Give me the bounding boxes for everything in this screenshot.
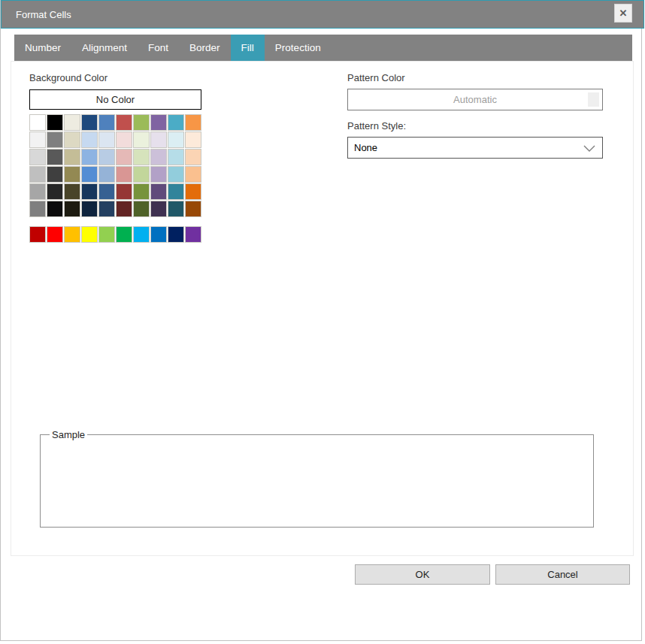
window-title: Format Cells xyxy=(16,9,71,20)
tab-strip: Number Alignment Font Border Fill Protec… xyxy=(14,35,632,61)
color-swatch[interactable] xyxy=(133,201,150,217)
color-swatch[interactable] xyxy=(133,132,150,148)
color-swatch[interactable] xyxy=(185,226,201,243)
color-swatch[interactable] xyxy=(98,166,115,183)
color-swatch[interactable] xyxy=(98,201,115,217)
color-swatch[interactable] xyxy=(98,149,115,165)
pattern-style-value: None xyxy=(354,142,377,153)
pattern-style-dropdown[interactable]: None xyxy=(347,137,603,159)
color-swatch[interactable] xyxy=(81,114,98,131)
color-swatch[interactable] xyxy=(47,149,63,165)
tab-protection[interactable]: Protection xyxy=(265,35,332,61)
color-swatch[interactable] xyxy=(64,226,80,243)
color-swatch[interactable] xyxy=(133,149,150,165)
no-color-button[interactable]: No Color xyxy=(29,89,201,110)
color-swatch[interactable] xyxy=(168,149,184,165)
color-swatch[interactable] xyxy=(47,226,63,243)
color-swatch[interactable] xyxy=(81,183,98,200)
color-swatch[interactable] xyxy=(116,226,132,243)
color-swatch[interactable] xyxy=(185,132,201,148)
color-swatch[interactable] xyxy=(64,132,80,148)
color-swatch[interactable] xyxy=(64,183,80,200)
color-swatch[interactable] xyxy=(116,114,132,131)
color-swatch[interactable] xyxy=(29,149,46,165)
color-swatch[interactable] xyxy=(133,166,150,183)
color-swatch[interactable] xyxy=(116,149,132,165)
color-swatch[interactable] xyxy=(168,183,184,200)
pattern-color-label: Pattern Color xyxy=(347,72,405,83)
color-swatch[interactable] xyxy=(168,226,184,243)
pattern-color-automatic-button[interactable]: Automatic xyxy=(347,89,603,110)
color-swatch[interactable] xyxy=(150,114,167,131)
color-swatch[interactable] xyxy=(133,114,150,131)
color-swatch[interactable] xyxy=(116,201,132,217)
standard-color-grid xyxy=(29,226,202,243)
color-swatch[interactable] xyxy=(29,166,46,183)
tab-alignment[interactable]: Alignment xyxy=(71,35,138,61)
color-swatch[interactable] xyxy=(81,226,98,243)
background-color-palette xyxy=(29,114,202,243)
color-swatch[interactable] xyxy=(150,226,167,243)
close-button[interactable]: ✕ xyxy=(614,4,632,23)
color-swatch[interactable] xyxy=(168,114,184,131)
color-swatch[interactable] xyxy=(64,201,80,217)
color-swatch[interactable] xyxy=(47,183,63,200)
color-swatch[interactable] xyxy=(64,149,80,165)
pattern-color-swatch xyxy=(588,92,599,107)
ok-button[interactable]: OK xyxy=(355,564,490,585)
pattern-style-label: Pattern Style: xyxy=(347,120,406,132)
color-swatch[interactable] xyxy=(29,226,46,243)
color-swatch[interactable] xyxy=(47,201,63,217)
tab-font[interactable]: Font xyxy=(138,35,179,61)
titlebar[interactable]: Format Cells xyxy=(1,0,644,29)
theme-color-grid xyxy=(29,114,202,217)
color-swatch[interactable] xyxy=(168,201,184,217)
color-swatch[interactable] xyxy=(98,114,115,131)
close-icon: ✕ xyxy=(619,8,628,19)
color-swatch[interactable] xyxy=(133,226,150,243)
color-swatch[interactable] xyxy=(64,114,80,131)
background-color-label: Background Color xyxy=(29,72,108,83)
sample-groupbox: Sample xyxy=(40,434,594,528)
color-swatch[interactable] xyxy=(98,183,115,200)
color-swatch[interactable] xyxy=(29,114,46,131)
color-swatch[interactable] xyxy=(168,132,184,148)
tab-fill[interactable]: Fill xyxy=(231,35,265,61)
color-swatch[interactable] xyxy=(185,166,201,183)
color-swatch[interactable] xyxy=(150,132,167,148)
color-swatch[interactable] xyxy=(81,201,98,217)
color-swatch[interactable] xyxy=(29,183,46,200)
color-swatch[interactable] xyxy=(185,183,201,200)
sample-label: Sample xyxy=(50,429,87,440)
color-swatch[interactable] xyxy=(98,132,115,148)
color-swatch[interactable] xyxy=(47,132,63,148)
color-swatch[interactable] xyxy=(29,201,46,217)
color-swatch[interactable] xyxy=(185,201,201,217)
color-swatch[interactable] xyxy=(116,166,132,183)
chevron-down-icon xyxy=(583,145,595,152)
color-swatch[interactable] xyxy=(150,166,167,183)
color-swatch[interactable] xyxy=(98,226,115,243)
color-swatch[interactable] xyxy=(150,183,167,200)
tab-border[interactable]: Border xyxy=(179,35,231,61)
color-swatch[interactable] xyxy=(47,114,63,131)
color-swatch[interactable] xyxy=(81,166,98,183)
color-swatch[interactable] xyxy=(47,166,63,183)
cancel-button[interactable]: Cancel xyxy=(495,564,630,585)
color-swatch[interactable] xyxy=(116,183,132,200)
color-swatch[interactable] xyxy=(150,149,167,165)
color-swatch[interactable] xyxy=(150,201,167,217)
color-swatch[interactable] xyxy=(185,149,201,165)
format-cells-dialog: Format Cells ✕ Number Alignment Font Bor… xyxy=(0,0,642,641)
tab-number[interactable]: Number xyxy=(14,35,71,61)
color-swatch[interactable] xyxy=(29,132,46,148)
color-swatch[interactable] xyxy=(168,166,184,183)
color-swatch[interactable] xyxy=(64,166,80,183)
color-swatch[interactable] xyxy=(116,132,132,148)
color-swatch[interactable] xyxy=(81,149,98,165)
color-swatch[interactable] xyxy=(81,132,98,148)
color-swatch[interactable] xyxy=(133,183,150,200)
color-swatch[interactable] xyxy=(185,114,201,131)
